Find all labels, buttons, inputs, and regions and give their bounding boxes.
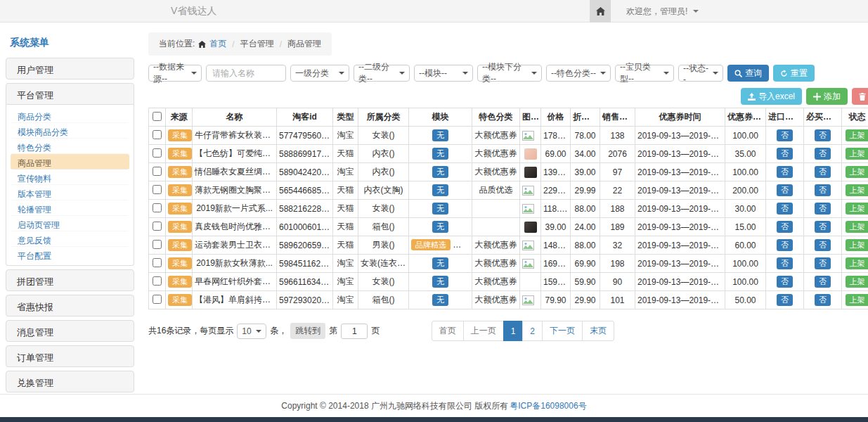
import-select-toggle[interactable]: 否 bbox=[777, 221, 793, 232]
taoke-id: 589042420344 bbox=[277, 163, 333, 181]
must-buy-toggle[interactable]: 否 bbox=[815, 129, 831, 141]
sidebar-item-1-7[interactable]: 启动页管理 bbox=[11, 216, 129, 231]
filter-select-6[interactable]: --宝贝类型-- bbox=[615, 65, 674, 82]
module-badge[interactable]: 无 bbox=[432, 257, 448, 269]
module-badge[interactable]: 无 bbox=[432, 148, 448, 159]
must-buy-toggle[interactable]: 否 bbox=[815, 221, 831, 232]
must-buy-toggle[interactable]: 否 bbox=[815, 257, 831, 269]
filter-select-4[interactable]: --模块下分类-- bbox=[477, 65, 542, 82]
must-buy-toggle[interactable]: 否 bbox=[815, 276, 831, 287]
breadcrumb-home-link[interactable]: 首页 bbox=[209, 38, 226, 50]
module-badge[interactable]: 无 bbox=[432, 294, 448, 305]
filter-select-7[interactable]: --状态-- bbox=[678, 65, 723, 82]
sidebar-section-4[interactable]: 消息管理 bbox=[6, 320, 134, 342]
sidebar-section-2[interactable]: 拼团管理 bbox=[6, 269, 134, 291]
pager-button-4[interactable]: 下一页 bbox=[542, 321, 583, 341]
row-checkbox[interactable] bbox=[153, 222, 162, 231]
must-buy-toggle[interactable]: 否 bbox=[815, 203, 831, 214]
import-excel-button[interactable]: 导入excel bbox=[741, 88, 802, 105]
product-type: 淘宝 bbox=[333, 273, 358, 291]
import-select-toggle[interactable]: 否 bbox=[777, 129, 793, 141]
row-checkbox[interactable] bbox=[153, 130, 162, 139]
status-toggle[interactable]: 上架 bbox=[846, 294, 868, 305]
import-select-toggle[interactable]: 否 bbox=[777, 148, 793, 159]
status-toggle[interactable]: 上架 bbox=[846, 257, 868, 269]
sidebar-section-6[interactable]: 兑换管理 bbox=[6, 371, 134, 392]
user-menu[interactable]: 欢迎您，管理员! bbox=[626, 6, 858, 18]
module-badge[interactable]: 无 bbox=[432, 184, 448, 196]
status-toggle[interactable]: 上架 bbox=[846, 276, 868, 287]
sidebar-item-1-8[interactable]: 意见反馈 bbox=[11, 231, 129, 247]
icp-link[interactable]: 粤ICP备16098006号 bbox=[510, 400, 586, 412]
module-badge[interactable]: 无 bbox=[432, 166, 448, 177]
name-search-input[interactable] bbox=[206, 65, 286, 82]
add-button[interactable]: 添加 bbox=[806, 88, 848, 105]
sidebar-section-1[interactable]: 平台管理 bbox=[6, 83, 134, 105]
row-checkbox[interactable] bbox=[153, 295, 162, 304]
product-name: 运动套装男士卫衣初秋... bbox=[193, 236, 277, 255]
sidebar-item-1-4[interactable]: 宣传物料 bbox=[11, 170, 129, 185]
filter-select-5[interactable]: --特色分类-- bbox=[546, 65, 611, 82]
module-badge[interactable]: 无 bbox=[432, 203, 448, 214]
import-select-toggle[interactable]: 否 bbox=[777, 184, 793, 196]
pager-button-2[interactable]: 1 bbox=[503, 321, 524, 341]
sidebar-item-1-6[interactable]: 轮播管理 bbox=[11, 200, 129, 216]
feature-category bbox=[472, 200, 520, 218]
sidebar-item-1-2[interactable]: 特色分类 bbox=[11, 139, 129, 154]
home-button[interactable] bbox=[590, 0, 611, 23]
import-select-toggle[interactable]: 否 bbox=[777, 166, 793, 177]
module-badge[interactable]: 无 bbox=[432, 221, 448, 232]
page-number-input[interactable] bbox=[341, 324, 368, 339]
sidebar-item-1-1[interactable]: 模块商品分类 bbox=[11, 123, 129, 139]
sidebar-item-1-5[interactable]: 版本管理 bbox=[11, 185, 129, 200]
status-toggle[interactable]: 上架 bbox=[846, 239, 868, 250]
sidebar-item-1-9[interactable]: 平台配置 bbox=[11, 247, 129, 262]
module-badge[interactable]: 品牌精选 bbox=[411, 239, 451, 250]
pager-button-1[interactable]: 上一页 bbox=[463, 321, 504, 341]
module-badge[interactable]: 无 bbox=[432, 129, 448, 141]
row-checkbox[interactable] bbox=[153, 240, 162, 249]
sidebar-section-5[interactable]: 订单管理 bbox=[6, 345, 134, 367]
status-toggle[interactable]: 上架 bbox=[846, 221, 868, 232]
sidebar-item-1-3[interactable]: 商品管理 bbox=[11, 154, 129, 170]
reset-button[interactable]: 重置 bbox=[773, 65, 815, 82]
row-checkbox[interactable] bbox=[153, 276, 162, 286]
status-toggle[interactable]: 上架 bbox=[846, 203, 868, 214]
import-select-toggle[interactable]: 否 bbox=[777, 257, 793, 269]
sidebar-item-1-0[interactable]: 商品分类 bbox=[11, 108, 129, 123]
row-checkbox[interactable] bbox=[153, 203, 162, 212]
module-badge[interactable]: 无 bbox=[432, 276, 448, 287]
import-select-toggle[interactable]: 否 bbox=[777, 239, 793, 250]
must-buy-toggle[interactable]: 否 bbox=[815, 294, 831, 305]
must-buy-toggle[interactable]: 否 bbox=[815, 148, 831, 159]
jump-to-button[interactable]: 跳转到 bbox=[290, 323, 325, 339]
status-toggle[interactable]: 上架 bbox=[846, 184, 868, 196]
select-all-checkbox[interactable] bbox=[153, 112, 162, 121]
row-checkbox[interactable] bbox=[153, 167, 162, 176]
must-buy-toggle[interactable]: 否 bbox=[815, 239, 831, 250]
status-toggle[interactable]: 上架 bbox=[846, 148, 868, 159]
import-select-toggle[interactable]: 否 bbox=[777, 294, 793, 305]
product-thumbnail bbox=[524, 148, 537, 160]
batch-delete-button[interactable]: 批量删除 bbox=[852, 88, 868, 105]
pager-button-5[interactable]: 末页 bbox=[582, 321, 614, 341]
filter-select-3[interactable]: --模块-- bbox=[414, 65, 473, 82]
status-toggle[interactable]: 上架 bbox=[846, 166, 868, 177]
pager-button-3[interactable]: 2 bbox=[522, 321, 543, 341]
sidebar-section-0[interactable]: 用户管理 bbox=[6, 58, 134, 79]
filter-select-0[interactable]: --数据来源-- bbox=[148, 65, 202, 82]
per-page-select[interactable]: 10 bbox=[237, 324, 266, 339]
row-checkbox[interactable] bbox=[153, 148, 162, 158]
status-toggle[interactable]: 上架 bbox=[846, 129, 868, 141]
filter-select-2[interactable]: --二级分类-- bbox=[354, 65, 410, 82]
query-button[interactable]: 查询 bbox=[727, 65, 769, 82]
row-checkbox[interactable] bbox=[153, 258, 162, 267]
pager-button-0[interactable]: 首页 bbox=[432, 321, 464, 341]
must-buy-toggle[interactable]: 否 bbox=[815, 184, 831, 196]
must-buy-toggle[interactable]: 否 bbox=[815, 166, 831, 177]
import-select-toggle[interactable]: 否 bbox=[777, 203, 793, 214]
row-checkbox[interactable] bbox=[153, 185, 162, 194]
filter-select-1[interactable]: 一级分类 bbox=[290, 65, 349, 82]
import-select-toggle[interactable]: 否 bbox=[777, 276, 793, 287]
sidebar-section-3[interactable]: 省惠快报 bbox=[6, 295, 134, 316]
